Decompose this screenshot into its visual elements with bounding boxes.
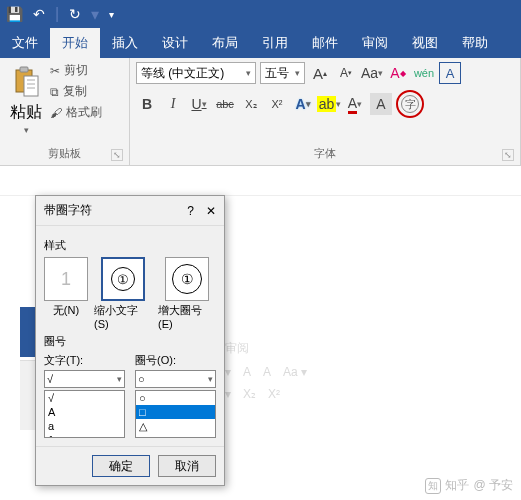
tab-file[interactable]: 文件 [0, 28, 50, 58]
quick-access-toolbar: 💾 ↶ | ↻ ▾ ▾ [0, 0, 521, 28]
background-ribbon-ghost: 审阅 ▾AAAa ▾ ▾X₂X² [225, 340, 511, 430]
close-icon[interactable]: ✕ [206, 204, 216, 218]
list-item[interactable]: ◇ [136, 434, 215, 438]
shrink-font-button[interactable]: A▾ [335, 62, 357, 84]
strike-button[interactable]: abc [214, 93, 236, 115]
help-icon[interactable]: ? [187, 204, 194, 218]
font-name-select[interactable]: 等线 (中文正文)▾ [136, 62, 256, 84]
group-label-font: 字体⤡ [136, 144, 514, 163]
underline-button[interactable]: U▾ [188, 93, 210, 115]
list-item[interactable]: A [45, 405, 124, 419]
tab-mail[interactable]: 邮件 [300, 28, 350, 58]
italic-button[interactable]: I [162, 93, 184, 115]
ribbon-tabs: 文件 开始 插入 设计 布局 引用 邮件 审阅 视图 帮助 [0, 28, 521, 58]
tab-review[interactable]: 审阅 [350, 28, 400, 58]
dialog-titlebar: 带圈字符 ? ✕ [36, 196, 224, 226]
chevron-down-icon: ▾ [24, 125, 29, 135]
tab-home[interactable]: 开始 [50, 28, 100, 58]
ribbon: 粘贴 ▾ ✂剪切 ⧉复制 🖌格式刷 剪贴板⤡ 等线 (中文正文)▾ 五号▾ A▴… [0, 58, 521, 166]
svg-rect-2 [24, 76, 38, 96]
shape-listbox[interactable]: ○ □ △ ◇ [135, 390, 216, 438]
style-enlarge[interactable]: ① [165, 257, 209, 301]
text-effects-button[interactable]: A▾ [292, 93, 314, 115]
tab-layout[interactable]: 布局 [200, 28, 250, 58]
grow-font-button[interactable]: A▴ [309, 62, 331, 84]
group-label-clipboard: 剪贴板⤡ [6, 144, 123, 163]
style-section-label: 样式 [44, 238, 216, 253]
enclosed-char-dialog: 带圈字符 ? ✕ 样式 1 无(N) ① 缩小文字(S) ① 增大圈号(E) 圈… [35, 195, 225, 486]
redo-icon[interactable]: ↻ [69, 6, 81, 22]
list-item[interactable]: △ [136, 419, 215, 434]
cut-label: 剪切 [64, 62, 88, 79]
enclosed-char-button[interactable]: 字 [396, 90, 424, 118]
shape-combo[interactable]: ○▾ [135, 370, 216, 388]
document-area [0, 166, 521, 196]
tab-design[interactable]: 设计 [150, 28, 200, 58]
paste-label: 粘贴 [10, 102, 42, 123]
watermark: 知 知乎 @ 予安 [425, 477, 513, 494]
zhihu-icon: 知 [425, 478, 441, 494]
customize-qat[interactable]: ▾ [109, 9, 114, 20]
svg-rect-1 [20, 67, 28, 72]
cut-button[interactable]: ✂剪切 [50, 62, 102, 79]
save-icon[interactable]: 💾 [6, 6, 23, 22]
highlight-button[interactable]: ab▾ [318, 93, 340, 115]
subscript-button[interactable]: X₂ [240, 93, 262, 115]
cancel-button[interactable]: 取消 [158, 455, 216, 477]
text-label: 文字(T): [44, 353, 125, 368]
tab-insert[interactable]: 插入 [100, 28, 150, 58]
clear-format-button[interactable]: A◆ [387, 62, 409, 84]
change-case-button[interactable]: Aa▾ [361, 62, 383, 84]
tab-help[interactable]: 帮助 [450, 28, 500, 58]
tab-references[interactable]: 引用 [250, 28, 300, 58]
painter-label: 格式刷 [66, 104, 102, 121]
superscript-button[interactable]: X² [266, 93, 288, 115]
separator: ▾ [91, 5, 99, 24]
copy-icon: ⧉ [50, 85, 59, 99]
watermark-site: 知乎 [445, 477, 469, 494]
font-color-button[interactable]: A▾ [344, 93, 366, 115]
list-item[interactable]: ○ [136, 391, 215, 405]
ok-button[interactable]: 确定 [92, 455, 150, 477]
background-fragment [20, 360, 35, 430]
style-shrink-label: 缩小文字(S) [94, 303, 152, 330]
watermark-author: @ 予安 [473, 477, 513, 494]
shape-label: 圈号(O): [135, 353, 216, 368]
paste-icon [10, 64, 42, 100]
char-shading-button[interactable]: A [370, 93, 392, 115]
brush-icon: 🖌 [50, 106, 62, 120]
scissors-icon: ✂ [50, 64, 60, 78]
list-item[interactable]: a [45, 419, 124, 433]
char-border-button[interactable]: A [439, 62, 461, 84]
copy-button[interactable]: ⧉复制 [50, 83, 102, 100]
undo-icon[interactable]: ↶ [33, 6, 45, 22]
enclose-section-label: 圈号 [44, 334, 216, 349]
text-listbox[interactable]: √ A a 1 [44, 390, 125, 438]
style-none[interactable]: 1 [44, 257, 88, 301]
dialog-launcher-icon[interactable]: ⤡ [111, 149, 123, 161]
style-none-label: 无(N) [53, 303, 79, 318]
separator: | [55, 5, 59, 23]
group-clipboard: 粘贴 ▾ ✂剪切 ⧉复制 🖌格式刷 剪贴板⤡ [0, 58, 130, 165]
dialog-launcher-icon[interactable]: ⤡ [502, 149, 514, 161]
tab-view[interactable]: 视图 [400, 28, 450, 58]
paste-button[interactable]: 粘贴 ▾ [6, 62, 46, 137]
group-font: 等线 (中文正文)▾ 五号▾ A▴ A▾ Aa▾ A◆ wén A B I U▾… [130, 58, 521, 165]
style-enlarge-label: 增大圈号(E) [158, 303, 216, 330]
list-item[interactable]: √ [45, 391, 124, 405]
background-fragment [20, 307, 35, 357]
style-shrink[interactable]: ① [101, 257, 145, 301]
bold-button[interactable]: B [136, 93, 158, 115]
phonetic-guide-button[interactable]: wén [413, 62, 435, 84]
dialog-title: 带圈字符 [44, 202, 92, 219]
list-item[interactable]: 1 [45, 433, 124, 438]
text-combo[interactable]: √▾ [44, 370, 125, 388]
font-size-select[interactable]: 五号▾ [260, 62, 305, 84]
copy-label: 复制 [63, 83, 87, 100]
format-painter-button[interactable]: 🖌格式刷 [50, 104, 102, 121]
list-item[interactable]: □ [136, 405, 215, 419]
